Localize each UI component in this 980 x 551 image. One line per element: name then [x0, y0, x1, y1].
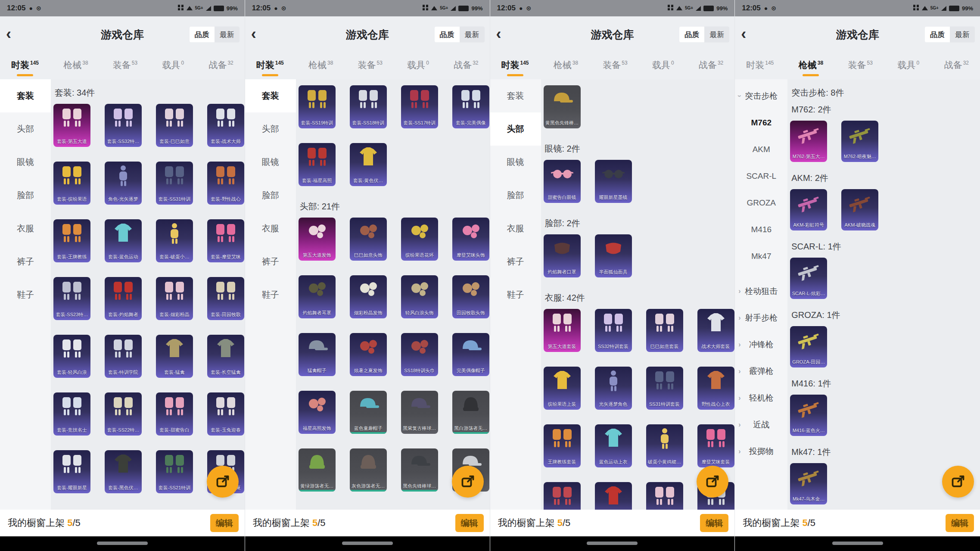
sidebar-item-AKM[interactable]: AKM: [735, 136, 787, 163]
item-tile[interactable]: SS23特训套装: [544, 482, 581, 510]
sort-quality-button[interactable]: 品质: [190, 27, 215, 43]
sidebar-item-近战[interactable]: ›近战: [735, 411, 787, 438]
item-tile[interactable]: 套装-灼焰舞者: [105, 277, 142, 320]
item-tile[interactable]: 套装-蓝色运动: [105, 219, 142, 262]
home-pill[interactable]: [832, 542, 883, 545]
item-tile[interactable]: 套装-SS18特训: [350, 85, 387, 128]
sort-latest-button[interactable]: 最新: [950, 27, 975, 43]
sidebar-item-衣服[interactable]: 衣服: [0, 212, 51, 245]
item-tile[interactable]: 蓝色运动上衣: [595, 424, 632, 467]
item-tile[interactable]: 光矢逐梦角色: [595, 367, 632, 410]
tab-载具[interactable]: 载具0: [162, 55, 184, 77]
item-tile[interactable]: 套装-SS17特训: [401, 85, 438, 128]
sidebar-item-裤子[interactable]: 裤子: [245, 245, 296, 278]
item-tile[interactable]: 套装-摩登艾咪: [207, 219, 244, 262]
item-tile[interactable]: 套装-长空猛禽: [207, 335, 244, 378]
item-tile[interactable]: 野性战心上衣: [697, 367, 734, 410]
item-tile[interactable]: 黄绿游荡者无…: [299, 448, 336, 492]
item-tile[interactable]: 福星高照发饰: [299, 391, 336, 434]
sidebar-item-脸部[interactable]: 脸部: [490, 179, 541, 212]
tab-战备[interactable]: 战备32: [699, 55, 723, 77]
item-tile[interactable]: 套装-耀眼新星: [53, 450, 90, 493]
item-tile[interactable]: 烟彩粉晶发饰: [350, 275, 387, 318]
item-tile[interactable]: 套装-SS23特…: [53, 277, 90, 320]
sidebar-item-投掷物[interactable]: ›投掷物: [735, 438, 787, 465]
item-tile[interactable]: 田园牧歌头饰: [452, 275, 489, 318]
item-tile[interactable]: 摩登艾咪头饰: [452, 218, 489, 261]
item-tile[interactable]: 套装-特训学院: [105, 335, 142, 378]
item-tile[interactable]: AKM-彩虹符号: [790, 189, 827, 230]
item-tile[interactable]: 半面狐仙面具: [595, 234, 632, 277]
item-tile[interactable]: Mk47-乌木金…: [790, 463, 827, 504]
tab-时装[interactable]: 时装145: [11, 55, 39, 77]
tab-战备[interactable]: 战备32: [208, 55, 233, 77]
item-tile[interactable]: M416-蓝色火…: [790, 395, 827, 436]
item-tile[interactable]: 第五大道套装: [544, 309, 581, 352]
item-tile[interactable]: 角色-光矢逐梦: [105, 162, 142, 205]
item-tile[interactable]: 摩登艾咪套装: [697, 424, 734, 467]
tab-时装[interactable]: 时装145: [501, 55, 529, 77]
item-tile[interactable]: 王牌教练套装: [544, 424, 581, 467]
sidebar-item-突击步枪[interactable]: ›突击步枪: [735, 83, 787, 109]
item-tile[interactable]: 甜蜜告白眼镜: [544, 160, 581, 203]
item-tile[interactable]: GROZA-田园…: [790, 326, 827, 367]
sidebar-item-眼镜[interactable]: 眼镜: [245, 146, 296, 179]
item-tile[interactable]: 缤纷果语花环: [401, 218, 438, 261]
tab-装备[interactable]: 装备53: [113, 55, 137, 77]
item-tile[interactable]: 套装-黄色伏…: [350, 143, 387, 186]
sidebar-item-冲锋枪[interactable]: ›冲锋枪: [735, 331, 787, 358]
item-tile[interactable]: 套装-福星高照: [299, 143, 336, 186]
item-tile[interactable]: 套装-SS21特训: [156, 450, 193, 493]
edit-button[interactable]: 编辑: [455, 514, 484, 532]
item-tile[interactable]: 巳巳如意套装: [646, 309, 683, 352]
item-tile[interactable]: 套装-破蛋小…: [156, 219, 193, 262]
item-tile[interactable]: 缤纷果语上装: [544, 367, 581, 410]
edit-button[interactable]: 编辑: [210, 514, 239, 532]
sort-latest-button[interactable]: 最新: [460, 27, 485, 43]
sidebar-item-鞋子[interactable]: 鞋子: [0, 278, 51, 311]
sidebar-item-套装[interactable]: 套装: [490, 79, 541, 112]
tab-载具[interactable]: 载具0: [652, 55, 674, 77]
item-tile[interactable]: 套装-第五大道: [53, 104, 90, 147]
tab-战备[interactable]: 战备32: [454, 55, 478, 77]
item-tile[interactable]: 黄黑色先锋棒…: [544, 85, 581, 128]
item-tile[interactable]: 套装-野性战心: [207, 162, 244, 205]
item-tile[interactable]: 灼焰舞者口罩: [544, 234, 581, 277]
item-tile[interactable]: 黑紫复古棒球…: [401, 391, 438, 434]
sidebar-item-Mk47[interactable]: Mk47: [735, 243, 787, 270]
tab-装备[interactable]: 装备53: [358, 55, 383, 77]
back-icon[interactable]: ‹: [251, 26, 256, 42]
item-grid[interactable]: 突击步枪: 8件M762: 2件M762-第五大…M762-暗夜魅…AKM: 2…: [787, 79, 980, 510]
sort-quality-button[interactable]: 品质: [435, 27, 460, 43]
sort-latest-button[interactable]: 最新: [215, 27, 240, 43]
sidebar-item-头部[interactable]: 头部: [0, 112, 51, 146]
tab-枪械[interactable]: 枪械38: [799, 55, 823, 77]
item-tile[interactable]: 炫暑之夏发饰: [350, 333, 387, 376]
item-tile[interactable]: M762-暗夜魅…: [841, 121, 878, 162]
sort-quality-button[interactable]: 品质: [679, 27, 704, 43]
item-tile[interactable]: SS31特训套装: [646, 367, 683, 410]
item-tile[interactable]: 灰色游荡者无…: [350, 448, 387, 492]
sort-latest-button[interactable]: 最新: [704, 27, 729, 43]
item-tile[interactable]: 套装-缤纷果语: [53, 162, 90, 205]
sidebar-item-套装[interactable]: 套装: [245, 79, 296, 112]
item-tile[interactable]: 套装-烟彩粉晶: [156, 277, 193, 320]
item-tile[interactable]: SCAR-L-炫彩…: [790, 258, 827, 299]
home-pill[interactable]: [587, 542, 638, 545]
item-tile[interactable]: 套装-玉兔迎春: [207, 392, 244, 436]
item-tile[interactable]: 套装-巳巳如意: [156, 104, 193, 147]
sidebar-item-射手步枪[interactable]: ›射手步枪: [735, 305, 787, 331]
sidebar-item-SCAR-L[interactable]: SCAR-L: [735, 163, 787, 190]
back-icon[interactable]: ‹: [6, 26, 11, 42]
item-tile[interactable]: 套装-黑色伏…: [105, 450, 142, 493]
item-tile[interactable]: 完美偶像帽子: [452, 333, 489, 376]
sidebar-item-M762[interactable]: M762: [735, 109, 787, 136]
tab-战备[interactable]: 战备32: [944, 55, 969, 77]
item-tile[interactable]: 套装-SS31特训: [156, 162, 193, 205]
item-tile[interactable]: 巳巳如意头饰: [350, 218, 387, 261]
sidebar-item-霰弹枪[interactable]: ›霰弹枪: [735, 358, 787, 385]
item-tile[interactable]: 耀眼新星墨镜: [595, 160, 632, 203]
item-tile[interactable]: 猛禽帽子: [299, 333, 336, 376]
sidebar-item-头部[interactable]: 头部: [245, 112, 296, 146]
sidebar-item-裤子[interactable]: 裤子: [490, 245, 541, 278]
